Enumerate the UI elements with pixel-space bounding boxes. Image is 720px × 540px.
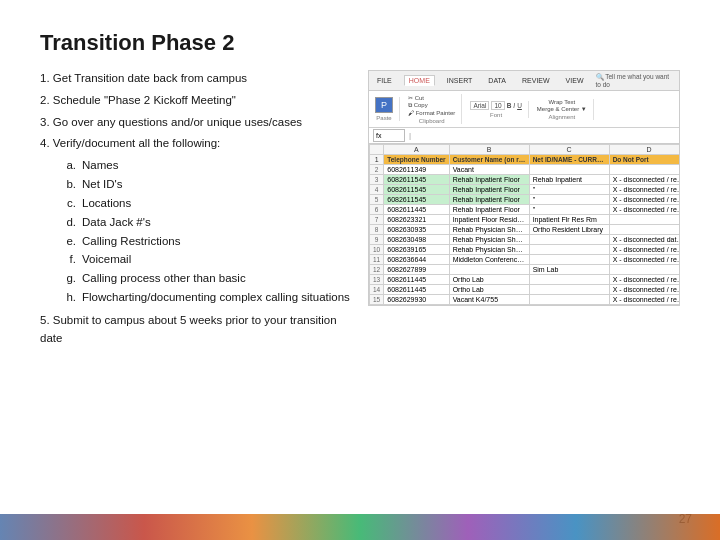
table-row: 86082630935Rehab Physician Shared L22Ort…	[370, 225, 680, 235]
cell-d-9[interactable]: X - disconnected date u	[609, 235, 679, 245]
cell-a-6[interactable]: 6082611445	[384, 205, 449, 215]
cell-a-12[interactable]: 6082627899	[384, 265, 449, 275]
tab-review[interactable]: REVIEW	[518, 76, 554, 85]
font-name[interactable]: Arial	[470, 101, 489, 110]
cell-b-10[interactable]: Rehab Physician Shared L22	[449, 245, 529, 255]
col-header-b[interactable]: B	[449, 145, 529, 155]
cell-c-2[interactable]	[529, 165, 609, 175]
sub-list: a. Names b. Net ID's c. Locations d. Dat…	[62, 157, 350, 307]
cell-b-13[interactable]: Ortho Lab	[449, 275, 529, 285]
cell-d-11[interactable]: X - disconnected / remove	[609, 255, 679, 265]
list-item-5: 5. Submit to campus about 5 weeks prior …	[40, 312, 350, 348]
sub-item-f: f. Voicemail	[62, 251, 350, 269]
tab-view[interactable]: VIEW	[562, 76, 588, 85]
cell-d-4[interactable]: X - disconnected / remove	[609, 185, 679, 195]
cut-label[interactable]: ✂ Cut	[408, 94, 455, 101]
cell-c-4[interactable]: "	[529, 185, 609, 195]
cell-c-14[interactable]	[529, 285, 609, 295]
paste-button[interactable]: P	[375, 97, 393, 113]
cell-c-5[interactable]: "	[529, 195, 609, 205]
col-a-header: Telephone Number	[384, 155, 449, 165]
cell-a-10[interactable]: 6082639165	[384, 245, 449, 255]
cell-b-5[interactable]: Rehab Inpatient Floor	[449, 195, 529, 205]
cell-b-9[interactable]: Rehab Physician Shared L22	[449, 235, 529, 245]
left-content: 1. Get Transition date back from campus …	[40, 70, 350, 351]
font-size[interactable]: 10	[491, 101, 504, 110]
cell-c-12[interactable]: Sim Lab	[529, 265, 609, 275]
cell-c-7[interactable]: Inpatient Flr Res Rm	[529, 215, 609, 225]
table-row: 66082611445Rehab Inpatient Floor"X - dis…	[370, 205, 680, 215]
col-header-a[interactable]: A	[384, 145, 449, 155]
cell-d-8[interactable]	[609, 225, 679, 235]
table-row: 26082611349Vacant	[370, 165, 680, 175]
merge-center-btn[interactable]: Merge & Center ▼	[537, 106, 587, 112]
font-underline[interactable]: U	[517, 102, 522, 109]
cell-b-7[interactable]: Inpatient Floor Resident	[449, 215, 529, 225]
row-number: 9	[370, 235, 384, 245]
cell-c-9[interactable]	[529, 235, 609, 245]
cell-b-6[interactable]: Rehab Inpatient Floor	[449, 205, 529, 215]
row-number: 4	[370, 185, 384, 195]
col-header-d[interactable]: D	[609, 145, 679, 155]
cell-a-15[interactable]: 6082629930	[384, 295, 449, 305]
cell-a-11[interactable]: 6082636644	[384, 255, 449, 265]
font-italic[interactable]: I	[513, 102, 515, 109]
cell-b-4[interactable]: Rehab Inpatient Floor	[449, 185, 529, 195]
cell-d-10[interactable]: X - disconnected / remove	[609, 245, 679, 255]
tab-file[interactable]: FILE	[373, 76, 396, 85]
cell-c-3[interactable]: Rehab Inpatient	[529, 175, 609, 185]
cell-b-3[interactable]: Rehab Inpatient Floor	[449, 175, 529, 185]
row-number: 3	[370, 175, 384, 185]
row-number: 8	[370, 225, 384, 235]
tab-home[interactable]: HOME	[404, 75, 435, 86]
font-bold[interactable]: B	[507, 102, 512, 109]
cell-c-8[interactable]: Ortho Resident Library	[529, 225, 609, 235]
cell-b-8[interactable]: Rehab Physician Shared L22	[449, 225, 529, 235]
cell-d-13[interactable]: X - disconnected / remove	[609, 275, 679, 285]
ribbon-tabs: FILE HOME INSERT DATA REVIEW VIEW 🔍 Tell…	[369, 71, 679, 91]
cell-a-4[interactable]: 6082611545	[384, 185, 449, 195]
cell-c-15[interactable]	[529, 295, 609, 305]
list-item-4: 4. Verify/document all the following:	[40, 135, 350, 153]
sub-item-g: g. Calling process other than basic	[62, 270, 350, 288]
copy-label[interactable]: ⧉ Copy	[408, 102, 455, 109]
cell-a-9[interactable]: 6082630498	[384, 235, 449, 245]
tell-me[interactable]: 🔍 Tell me what you want to do	[596, 73, 676, 88]
cell-a-8[interactable]: 6082630935	[384, 225, 449, 235]
cell-a-5[interactable]: 6082611545	[384, 195, 449, 205]
spreadsheet: FILE HOME INSERT DATA REVIEW VIEW 🔍 Tell…	[368, 70, 680, 306]
formula-input[interactable]	[415, 132, 675, 139]
cell-b-14[interactable]: Ortho Lab	[449, 285, 529, 295]
cell-c-10[interactable]	[529, 245, 609, 255]
cell-d-14[interactable]: X - disconnected / remove	[609, 285, 679, 295]
cell-d-7[interactable]	[609, 215, 679, 225]
cell-a-13[interactable]: 6082611445	[384, 275, 449, 285]
cell-c-6[interactable]: "	[529, 205, 609, 215]
wrap-text-btn[interactable]: Wrap Text	[548, 99, 575, 105]
row-number: 15	[370, 295, 384, 305]
cell-d-15[interactable]: X - disconnected / remove	[609, 295, 679, 305]
cell-d-3[interactable]: X - disconnected / remove	[609, 175, 679, 185]
cell-a-7[interactable]: 6082623321	[384, 215, 449, 225]
table-row: 156082629930Vacant K4/755X - disconnecte…	[370, 295, 680, 305]
cell-d-5[interactable]: X - disconnected / remove	[609, 195, 679, 205]
table-row: 36082611545Rehab Inpatient FloorRehab In…	[370, 175, 680, 185]
cell-a-14[interactable]: 6082611445	[384, 285, 449, 295]
cell-b-15[interactable]: Vacant K4/755	[449, 295, 529, 305]
cell-c-13[interactable]	[529, 275, 609, 285]
col-header-c[interactable]: C	[529, 145, 609, 155]
format-painter-label[interactable]: 🖌 Format Painter	[408, 110, 455, 116]
cell-b-2[interactable]: Vacant	[449, 165, 529, 175]
cell-d-6[interactable]: X - disconnected / remove	[609, 205, 679, 215]
tab-data[interactable]: DATA	[484, 76, 510, 85]
cell-a-2[interactable]: 6082611349	[384, 165, 449, 175]
cell-b-11[interactable]: Middleton Conference Room L	[449, 255, 529, 265]
cell-d-12[interactable]	[609, 265, 679, 275]
cell-d-2[interactable]	[609, 165, 679, 175]
ribbon-group-alignment: Wrap Text Merge & Center ▼ Alignment	[535, 99, 594, 120]
cell-a-3[interactable]: 6082611545	[384, 175, 449, 185]
tab-insert[interactable]: INSERT	[443, 76, 477, 85]
cell-b-12[interactable]	[449, 265, 529, 275]
cell-c-11[interactable]	[529, 255, 609, 265]
name-box[interactable]	[373, 129, 405, 142]
